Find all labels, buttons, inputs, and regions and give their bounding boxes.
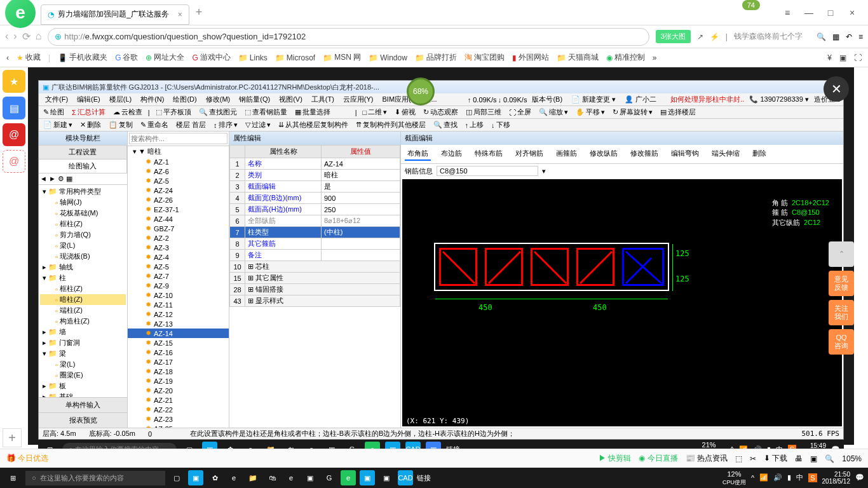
- tb2-find[interactable]: 🔍 查找: [431, 120, 459, 130]
- tb-pan[interactable]: ✋ 平移 ▾: [574, 107, 607, 117]
- bs-item[interactable]: 📰 热点资讯: [686, 453, 728, 464]
- new-tab-button[interactable]: +: [196, 6, 203, 19]
- win-search[interactable]: ○ 在这里输入你要搜索的内容: [25, 471, 165, 485]
- tree-node[interactable]: ▸ 📁 基础: [40, 391, 126, 397]
- menu-modify[interactable]: 修改(M): [202, 94, 234, 105]
- prop-row[interactable]: 4截面宽(B边)(mm)900: [230, 193, 400, 204]
- tb-rotate[interactable]: ↻ 屏幕旋转 ▾: [611, 107, 654, 117]
- feedback-button[interactable]: 意见 反馈: [829, 271, 854, 296]
- overlay-close-icon[interactable]: ✕: [824, 76, 849, 102]
- section-tab[interactable]: 布边筋: [438, 147, 465, 161]
- search-hint[interactable]: 钱学森临终前七个字: [734, 31, 810, 42]
- tb2-filter[interactable]: ▽ 过滤 ▾: [243, 120, 273, 130]
- pip-icon[interactable]: ▣: [839, 53, 846, 62]
- menu-rebar[interactable]: 钢筋量(Q): [235, 94, 274, 105]
- tray-notif-icon[interactable]: 💬: [855, 473, 864, 482]
- bookmark-item[interactable]: 📁Microsof: [275, 53, 315, 62]
- comp-item[interactable]: ✹ AZ-12: [128, 309, 229, 319]
- section-tab[interactable]: 端头伸缩: [709, 147, 742, 161]
- tree-node[interactable]: ▸ 📁 门窗洞: [40, 337, 126, 348]
- tb2-floor[interactable]: 楼层 首层: [174, 120, 208, 130]
- rebar-info-dropdown-icon[interactable]: ▾: [542, 167, 546, 175]
- section-tab[interactable]: 布角筋: [405, 147, 431, 161]
- comp-item[interactable]: ✹ AZ-23: [128, 414, 229, 424]
- tree-node[interactable]: ▫ 花板基础(M): [40, 208, 126, 219]
- weibo-sidebar-icon[interactable]: @: [3, 123, 25, 146]
- tb-folder-icon[interactable]: 📁: [245, 470, 261, 485]
- comp-item[interactable]: ✹ AZ-44: [128, 214, 229, 224]
- menu-tool[interactable]: 工具(T): [308, 94, 338, 105]
- tree-node[interactable]: ▫ 端柱(Z): [40, 305, 126, 316]
- maximize-icon[interactable]: □: [822, 4, 839, 21]
- comp-item[interactable]: ✹ GBZ-7: [128, 224, 229, 233]
- menu-component[interactable]: 构件(N): [137, 94, 168, 105]
- tree-node[interactable]: ▾ 📁 梁: [40, 348, 126, 359]
- tb-cad-icon[interactable]: CAD: [398, 470, 413, 485]
- doc-sidebar-icon[interactable]: ▤: [3, 97, 25, 119]
- tb-local3d[interactable]: ◫ 局部三维: [464, 107, 503, 117]
- chevron-left-icon[interactable]: ‹: [6, 53, 9, 62]
- menu-icon[interactable]: ≡: [858, 32, 863, 41]
- tb-batch[interactable]: ▦ 批量选择: [293, 107, 332, 117]
- menu-draw[interactable]: 绘图(D): [169, 94, 200, 105]
- bs-download[interactable]: ⬇ 下载: [764, 453, 787, 464]
- nav-tab-settings[interactable]: 工程设置: [39, 146, 127, 159]
- tree-node[interactable]: ▫ 暗柱(Z): [40, 294, 126, 305]
- section-tab[interactable]: 修改箍筋: [628, 147, 661, 161]
- tb2-up[interactable]: ↑ 上移: [463, 120, 486, 130]
- tree-node[interactable]: ▫ 轴网(J): [40, 197, 126, 208]
- bs-item[interactable]: ◉ 今日直播: [639, 453, 677, 464]
- tb-zoom[interactable]: 🔍 缩放 ▾: [537, 107, 570, 117]
- prop-row[interactable]: 7柱类型(中柱): [230, 227, 400, 238]
- image-count-button[interactable]: 3张大图: [656, 30, 691, 43]
- tb-edge-icon[interactable]: e: [226, 470, 241, 485]
- tb-app-icon[interactable]: ✿: [207, 470, 222, 485]
- prop-row[interactable]: 3截面编辑是: [230, 181, 400, 193]
- expand-icon[interactable]: ⛶: [854, 53, 862, 62]
- prop-row[interactable]: 5截面高(H边)(mm)250: [230, 204, 400, 215]
- section-tab[interactable]: 特殊布筋: [472, 147, 505, 161]
- bolt-icon[interactable]: ⚡: [710, 32, 719, 41]
- percent-badge[interactable]: 68%: [407, 78, 435, 105]
- comp-item[interactable]: ✹ AZ-22: [128, 405, 229, 414]
- tree-node[interactable]: ▫ 圈梁(E): [40, 370, 126, 381]
- comp-item[interactable]: ✹ AZ-14: [128, 329, 229, 338]
- section-tab[interactable]: 画箍筋: [553, 147, 580, 161]
- tb-360-icon[interactable]: e: [341, 470, 356, 485]
- tree-node[interactable]: ▫ 梁(L): [40, 240, 126, 251]
- comp-item[interactable]: ✹ AZ-9: [128, 281, 229, 290]
- undo-icon[interactable]: ↶: [846, 32, 852, 41]
- tb2-new[interactable]: 📄 新建 ▾: [41, 120, 74, 130]
- bs-item[interactable]: ✂: [750, 454, 756, 463]
- tb-ie-icon[interactable]: e: [283, 470, 299, 485]
- address-bar[interactable]: ⊕ http:// e.fwxgx.com/question/question_…: [48, 28, 649, 46]
- tb-sum[interactable]: Σ 汇总计算: [70, 107, 107, 117]
- prop-row[interactable]: 9备注: [230, 250, 400, 261]
- tray-bat-icon[interactable]: ▮: [787, 473, 791, 482]
- prop-row[interactable]: 6全部纵筋8⌀18+6⌀12: [230, 215, 400, 227]
- comp-item[interactable]: ✹ AZ-1: [128, 157, 229, 166]
- bookmark-item[interactable]: 📱手机收藏夹: [58, 52, 107, 63]
- comp-item[interactable]: ✹ AZ-15: [128, 338, 229, 348]
- tb-view-rebar[interactable]: ⬚ 查看钢筋量: [243, 107, 289, 117]
- bookmark-item[interactable]: G谷歌: [115, 52, 138, 63]
- nav-report[interactable]: 报表预览: [39, 412, 127, 428]
- close-icon[interactable]: ×: [844, 4, 860, 21]
- tb-app-icon[interactable]: G: [322, 470, 337, 485]
- tb-sel-floor[interactable]: ▤ 选择楼层: [658, 107, 698, 117]
- bookmark-item[interactable]: 📁品牌打折: [415, 52, 457, 63]
- tb2-copy-to[interactable]: ⇈ 复制构件到其他楼层: [354, 120, 428, 130]
- tray-up-icon[interactable]: ^: [751, 474, 754, 482]
- comp-item[interactable]: ✹ AZ-24: [128, 186, 229, 195]
- tb-draw[interactable]: ✎ 绘图: [41, 107, 66, 117]
- bookmark-item[interactable]: 📁MSN 网: [323, 52, 361, 63]
- tb2-del[interactable]: ✕ 删除: [78, 120, 103, 130]
- rebar-info-input[interactable]: [437, 166, 538, 176]
- bookmark-fav[interactable]: ★收藏: [17, 52, 41, 63]
- comp-item[interactable]: ✹ AZ-21: [128, 395, 229, 405]
- qq-button[interactable]: QQ 咨询: [829, 329, 854, 355]
- comp-item[interactable]: ✹ AZ-2: [128, 233, 229, 243]
- share-icon[interactable]: ↗: [697, 32, 703, 41]
- comp-item[interactable]: ✹ AZ-10: [128, 290, 229, 300]
- tb2-copy[interactable]: 📋 复制: [107, 120, 135, 130]
